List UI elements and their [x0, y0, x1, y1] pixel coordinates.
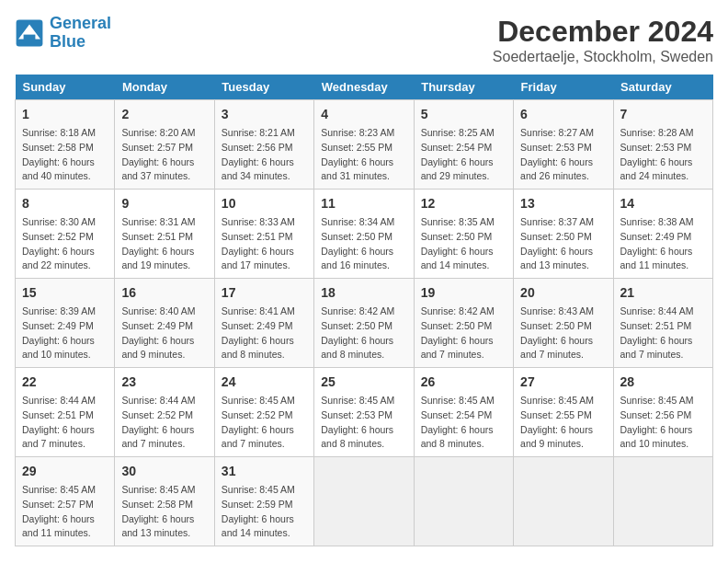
day-info: Sunrise: 8:43 AM Sunset: 2:50 PM Dayligh… [520, 304, 606, 362]
day-info: Sunrise: 8:18 AM Sunset: 2:58 PM Dayligh… [22, 126, 108, 184]
day-number: 24 [222, 373, 307, 392]
day-number: 5 [421, 105, 506, 124]
logo-line1: General [50, 14, 111, 32]
day-number: 17 [222, 283, 307, 303]
day-info: Sunrise: 8:44 AM Sunset: 2:52 PM Dayligh… [121, 394, 207, 452]
calendar-cell: 11Sunrise: 8:34 AM Sunset: 2:50 PM Dayli… [314, 190, 414, 279]
calendar-cell [514, 457, 613, 546]
calendar-cell: 14Sunrise: 8:38 AM Sunset: 2:49 PM Dayli… [613, 190, 712, 279]
day-info: Sunrise: 8:25 AM Sunset: 2:54 PM Dayligh… [421, 126, 506, 184]
day-info: Sunrise: 8:31 AM Sunset: 2:51 PM Dayligh… [121, 215, 207, 273]
calendar-cell: 20Sunrise: 8:43 AM Sunset: 2:50 PM Dayli… [514, 279, 613, 368]
calendar-cell: 8Sunrise: 8:30 AM Sunset: 2:52 PM Daylig… [16, 190, 115, 279]
day-number: 26 [421, 373, 506, 392]
day-number: 20 [520, 283, 606, 303]
calendar-cell: 18Sunrise: 8:42 AM Sunset: 2:50 PM Dayli… [314, 279, 414, 368]
day-number: 22 [22, 373, 108, 392]
weekday-header: Friday [514, 75, 613, 100]
subtitle: Soedertaelje, Stockholm, Sweden [493, 49, 713, 65]
calendar-cell: 16Sunrise: 8:40 AM Sunset: 2:49 PM Dayli… [115, 279, 214, 368]
weekday-header: Thursday [414, 75, 513, 100]
day-info: Sunrise: 8:42 AM Sunset: 2:50 PM Dayligh… [321, 304, 406, 362]
day-number: 6 [520, 105, 606, 124]
calendar-cell: 21Sunrise: 8:44 AM Sunset: 2:51 PM Dayli… [613, 279, 712, 368]
day-info: Sunrise: 8:39 AM Sunset: 2:49 PM Dayligh… [22, 304, 108, 362]
calendar-cell: 5Sunrise: 8:25 AM Sunset: 2:54 PM Daylig… [414, 100, 513, 190]
logo-text: General Blue [50, 15, 111, 52]
day-info: Sunrise: 8:45 AM Sunset: 2:55 PM Dayligh… [520, 394, 606, 452]
calendar-cell: 7Sunrise: 8:28 AM Sunset: 2:53 PM Daylig… [613, 100, 712, 190]
day-number: 18 [321, 283, 406, 303]
logo-line2: Blue [50, 32, 85, 51]
day-number: 28 [620, 373, 706, 392]
header: General Blue December 2024 Soedertaelje,… [15, 15, 713, 65]
day-info: Sunrise: 8:34 AM Sunset: 2:50 PM Dayligh… [321, 215, 406, 273]
day-number: 15 [22, 283, 108, 303]
calendar-cell: 12Sunrise: 8:35 AM Sunset: 2:50 PM Dayli… [414, 190, 513, 279]
day-info: Sunrise: 8:27 AM Sunset: 2:53 PM Dayligh… [520, 126, 606, 184]
day-number: 4 [321, 105, 406, 124]
calendar-cell: 29Sunrise: 8:45 AM Sunset: 2:57 PM Dayli… [16, 457, 115, 546]
day-info: Sunrise: 8:45 AM Sunset: 2:54 PM Dayligh… [421, 394, 506, 452]
day-info: Sunrise: 8:45 AM Sunset: 2:58 PM Dayligh… [121, 483, 207, 541]
calendar-cell: 3Sunrise: 8:21 AM Sunset: 2:56 PM Daylig… [214, 100, 313, 190]
calendar-cell: 31Sunrise: 8:45 AM Sunset: 2:59 PM Dayli… [214, 457, 313, 546]
calendar-week-row: 15Sunrise: 8:39 AM Sunset: 2:49 PM Dayli… [16, 279, 713, 368]
calendar-cell: 24Sunrise: 8:45 AM Sunset: 2:52 PM Dayli… [214, 368, 313, 457]
day-info: Sunrise: 8:40 AM Sunset: 2:49 PM Dayligh… [121, 304, 207, 362]
svg-rect-2 [24, 34, 36, 40]
day-number: 10 [222, 194, 307, 213]
calendar-cell: 10Sunrise: 8:33 AM Sunset: 2:51 PM Dayli… [214, 190, 313, 279]
calendar-cell: 4Sunrise: 8:23 AM Sunset: 2:55 PM Daylig… [314, 100, 414, 190]
day-number: 7 [620, 105, 706, 124]
day-number: 19 [421, 283, 506, 303]
day-number: 1 [22, 105, 108, 124]
calendar-cell: 6Sunrise: 8:27 AM Sunset: 2:53 PM Daylig… [514, 100, 613, 190]
day-info: Sunrise: 8:20 AM Sunset: 2:57 PM Dayligh… [121, 126, 207, 184]
day-number: 11 [321, 194, 406, 213]
day-info: Sunrise: 8:45 AM Sunset: 2:53 PM Dayligh… [321, 394, 406, 452]
day-info: Sunrise: 8:30 AM Sunset: 2:52 PM Dayligh… [22, 215, 108, 273]
calendar-cell: 28Sunrise: 8:45 AM Sunset: 2:56 PM Dayli… [613, 368, 712, 457]
day-number: 2 [121, 105, 207, 124]
header-row: SundayMondayTuesdayWednesdayThursdayFrid… [16, 75, 713, 100]
calendar-table: SundayMondayTuesdayWednesdayThursdayFrid… [15, 75, 713, 546]
day-number: 31 [222, 462, 307, 481]
title-section: December 2024 Soedertaelje, Stockholm, S… [493, 15, 713, 65]
weekday-header: Tuesday [214, 75, 313, 100]
day-number: 14 [620, 194, 706, 213]
calendar-cell: 17Sunrise: 8:41 AM Sunset: 2:49 PM Dayli… [214, 279, 313, 368]
calendar-cell: 9Sunrise: 8:31 AM Sunset: 2:51 PM Daylig… [115, 190, 214, 279]
calendar-cell: 30Sunrise: 8:45 AM Sunset: 2:58 PM Dayli… [115, 457, 214, 546]
day-info: Sunrise: 8:45 AM Sunset: 2:59 PM Dayligh… [222, 483, 307, 541]
calendar-cell: 19Sunrise: 8:42 AM Sunset: 2:50 PM Dayli… [414, 279, 513, 368]
calendar-cell [414, 457, 513, 546]
day-info: Sunrise: 8:45 AM Sunset: 2:56 PM Dayligh… [620, 394, 706, 452]
day-number: 13 [520, 194, 606, 213]
day-info: Sunrise: 8:45 AM Sunset: 2:57 PM Dayligh… [22, 483, 108, 541]
calendar-cell [613, 457, 712, 546]
day-info: Sunrise: 8:44 AM Sunset: 2:51 PM Dayligh… [620, 304, 706, 362]
day-info: Sunrise: 8:21 AM Sunset: 2:56 PM Dayligh… [222, 126, 307, 184]
calendar-cell: 23Sunrise: 8:44 AM Sunset: 2:52 PM Dayli… [115, 368, 214, 457]
day-info: Sunrise: 8:33 AM Sunset: 2:51 PM Dayligh… [222, 215, 307, 273]
day-number: 9 [121, 194, 207, 213]
day-number: 27 [520, 373, 606, 392]
day-number: 23 [121, 373, 207, 392]
calendar-cell: 15Sunrise: 8:39 AM Sunset: 2:49 PM Dayli… [16, 279, 115, 368]
day-info: Sunrise: 8:41 AM Sunset: 2:49 PM Dayligh… [222, 304, 307, 362]
calendar-cell: 25Sunrise: 8:45 AM Sunset: 2:53 PM Dayli… [314, 368, 414, 457]
day-number: 16 [121, 283, 207, 303]
day-number: 8 [22, 194, 108, 213]
day-number: 3 [222, 105, 307, 124]
calendar-cell: 27Sunrise: 8:45 AM Sunset: 2:55 PM Dayli… [514, 368, 613, 457]
day-number: 21 [620, 283, 706, 303]
day-info: Sunrise: 8:42 AM Sunset: 2:50 PM Dayligh… [421, 304, 506, 362]
weekday-header: Wednesday [314, 75, 414, 100]
calendar-week-row: 29Sunrise: 8:45 AM Sunset: 2:57 PM Dayli… [16, 457, 713, 546]
day-info: Sunrise: 8:44 AM Sunset: 2:51 PM Dayligh… [22, 394, 108, 452]
day-info: Sunrise: 8:38 AM Sunset: 2:49 PM Dayligh… [620, 215, 706, 273]
weekday-header: Monday [115, 75, 214, 100]
day-number: 12 [421, 194, 506, 213]
day-info: Sunrise: 8:23 AM Sunset: 2:55 PM Dayligh… [321, 126, 406, 184]
